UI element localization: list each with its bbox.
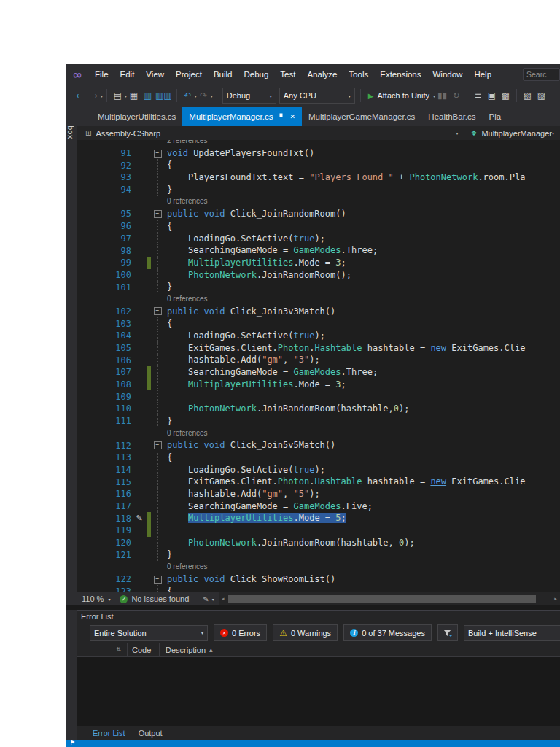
code-line-118[interactable]: 118✎MultiplayerUtilities.Mode = 5; [77, 512, 560, 525]
codelens-references[interactable]: 0 references [164, 561, 560, 573]
code-line-100[interactable]: 100PhotonNetwork.JoinRandomRoom(); [77, 269, 560, 282]
messages-filter-button[interactable]: i 0 of 37 Messages [343, 624, 432, 641]
codelens-row[interactable]: 0 references [77, 293, 560, 306]
code-line-113[interactable]: 113{ [77, 452, 560, 464]
menu-item-project[interactable]: Project [170, 64, 208, 85]
description-column-header[interactable]: Description ▲ [160, 643, 560, 656]
code-line-106[interactable]: 106hashtable.Add("gm", "3"); [77, 354, 560, 366]
code-line-94[interactable]: 94} [77, 184, 560, 196]
code-line-93[interactable]: 93PlayersFoundTxt.text = "Players Found … [77, 171, 560, 184]
type-dropdown[interactable]: ❖ MultiplayerManager ▾ [464, 126, 560, 140]
code-line-115[interactable]: 115ExitGames.Client.Photon.Hashtable has… [77, 476, 560, 488]
step-list-icon[interactable]: ≡ [472, 90, 484, 101]
margin-options-button[interactable]: ✎ ▾ [203, 595, 214, 603]
menu-item-edit[interactable]: Edit [114, 64, 141, 85]
menu-item-build[interactable]: Build [208, 64, 238, 85]
code-line-95[interactable]: 95−public void Click_JoinRandomRoom() [77, 208, 560, 220]
codelens-row[interactable]: 2 references [77, 140, 560, 147]
code-line-114[interactable]: 114LoadingGo.SetActive(true); [77, 464, 560, 476]
navigate-back-icon[interactable]: ← [74, 90, 86, 101]
fold-toggle[interactable]: − [151, 306, 164, 318]
save-all-icon[interactable]: ▥▥ [155, 90, 172, 101]
code-line-123[interactable]: 123{ [77, 585, 560, 592]
document-tab-multiplayermanager-cs[interactable]: MultiplayerManager.cs✕ [182, 107, 302, 126]
configuration-dropdown[interactable]: Debug ▾ [222, 88, 276, 104]
codelens-row[interactable]: 0 references [77, 196, 560, 208]
scroll-left-icon[interactable]: ◂ [219, 592, 228, 605]
code-line-112[interactable]: 112−public void Click_Join5v5Match() [77, 439, 560, 452]
code-line-107[interactable]: 107SearchingGameMode = GameModes.Three; [77, 366, 560, 379]
new-file-icon[interactable]: ▤ [112, 90, 124, 101]
document-tab-multiplayerutilities-cs[interactable]: MultiplayerUtilities.cs [91, 107, 182, 126]
warnings-filter-button[interactable]: ⚠ 0 Warnings [273, 624, 338, 641]
code-line-119[interactable]: 119 [77, 525, 560, 537]
fold-toggle[interactable]: − [151, 439, 164, 452]
fold-toggle[interactable]: − [151, 147, 164, 160]
scroll-right-icon[interactable]: ▸ [551, 592, 560, 605]
undo-dropdown-icon[interactable]: ▾ [195, 93, 197, 98]
tab-output[interactable]: Output [139, 729, 163, 738]
menu-item-window[interactable]: Window [427, 64, 468, 85]
find-in-files-icon[interactable]: ▣ [486, 90, 498, 101]
code-line-91[interactable]: 91−void UpdatePlayersFoundTxt() [77, 147, 560, 160]
properties-icon[interactable]: ▨ [535, 90, 548, 101]
close-icon[interactable]: ✕ [289, 113, 295, 120]
code-line-98[interactable]: 98SearchingGameMode = GameModes.Three; [77, 244, 560, 257]
code-line-121[interactable]: 121} [77, 549, 560, 561]
code-line-104[interactable]: 104LoadingGo.SetActive(true); [77, 330, 560, 342]
codelens-references[interactable]: 0 references [164, 293, 560, 306]
menu-item-test[interactable]: Test [274, 64, 301, 85]
errors-filter-button[interactable]: ✕ 0 Errors [214, 624, 267, 641]
code-column-header[interactable]: Code [128, 643, 160, 656]
code-line-99[interactable]: 99MultiplayerUtilities.Mode = 3; [77, 257, 560, 269]
code-line-116[interactable]: 116hashtable.Add("gm", "5"); [77, 488, 560, 500]
code-line-105[interactable]: 105ExitGames.Client.Photon.Hashtable has… [77, 342, 560, 355]
solution-explorer-icon[interactable]: ▧ [521, 90, 534, 101]
codelens-references[interactable]: 0 references [164, 427, 560, 440]
run-dropdown-icon[interactable]: ▾ [433, 93, 435, 98]
document-tab-pla[interactable]: Pla [483, 107, 508, 126]
code-editor[interactable]: 2 references91−void UpdatePlayersFoundTx… [77, 140, 560, 592]
menu-item-help[interactable]: Help [468, 64, 497, 85]
codelens-row[interactable]: 0 references [77, 427, 560, 440]
code-line-111[interactable]: 111} [77, 415, 560, 427]
document-health-indicator[interactable]: ✓ No issues found [120, 595, 189, 603]
search-input[interactable]: Searc [523, 68, 560, 81]
code-line-120[interactable]: 120PhotonNetwork.JoinRandomRoom(hashtabl… [77, 537, 560, 549]
scope-dropdown[interactable]: Entire Solution ▾ [90, 625, 208, 641]
menu-item-extensions[interactable]: Extensions [374, 64, 427, 85]
menu-item-view[interactable]: View [140, 64, 170, 85]
menu-item-tools[interactable]: Tools [343, 64, 374, 85]
project-dropdown[interactable]: ⊞ Assembly-CSharp ▾ [77, 126, 464, 140]
menu-item-file[interactable]: File [89, 64, 114, 85]
horizontal-scrollbar[interactable]: ◂ ▸ [219, 592, 560, 605]
codelens-row[interactable]: 0 references [77, 561, 560, 573]
codelens-references[interactable]: 2 references [164, 140, 560, 147]
codelens-references[interactable]: 0 references [164, 196, 560, 208]
menu-item-debug[interactable]: Debug [238, 64, 274, 85]
zoom-dropdown[interactable]: 110 % ▾ [77, 595, 115, 603]
code-line-101[interactable]: 101} [77, 281, 560, 293]
menu-item-analyze[interactable]: Analyze [301, 64, 343, 85]
platform-dropdown[interactable]: Any CPU ▾ [279, 88, 355, 104]
new-file-dropdown-icon[interactable]: ▾ [125, 93, 127, 98]
code-line-122[interactable]: 122−public void Click_ShowRoomList() [77, 573, 560, 586]
undo-icon[interactable]: ↶ [182, 90, 194, 101]
navigate-dropdown-icon[interactable]: ▾ [101, 93, 103, 98]
code-line-110[interactable]: 110PhotonNetwork.JoinRandomRoom(hashtabl… [77, 403, 560, 415]
code-line-102[interactable]: 102−public void Click_Join3v3Match() [77, 306, 560, 318]
pin-icon[interactable] [278, 113, 284, 120]
code-line-97[interactable]: 97LoadingGo.SetActive(true); [77, 233, 560, 245]
fold-toggle[interactable]: − [151, 573, 164, 586]
document-tab-healthbar-cs[interactable]: HealthBar.cs [421, 107, 482, 126]
document-tab-multiplayergamemanager-cs[interactable]: MultiplayerGameManager.cs [302, 107, 421, 126]
command-window-icon[interactable]: ▩ [499, 90, 512, 101]
code-line-96[interactable]: 96{ [77, 220, 560, 233]
save-icon[interactable]: ▥ [141, 90, 154, 101]
code-line-117[interactable]: 117SearchingGameMode = GameModes.Five; [77, 500, 560, 513]
scrollbar-thumb[interactable] [228, 595, 536, 603]
tab-error-list[interactable]: Error List [93, 729, 125, 738]
navigate-forward-icon[interactable]: → [88, 90, 100, 101]
status-flag-icon[interactable]: ⚑ [70, 740, 75, 747]
code-line-108[interactable]: 108MultiplayerUtilities.Mode = 3; [77, 379, 560, 391]
